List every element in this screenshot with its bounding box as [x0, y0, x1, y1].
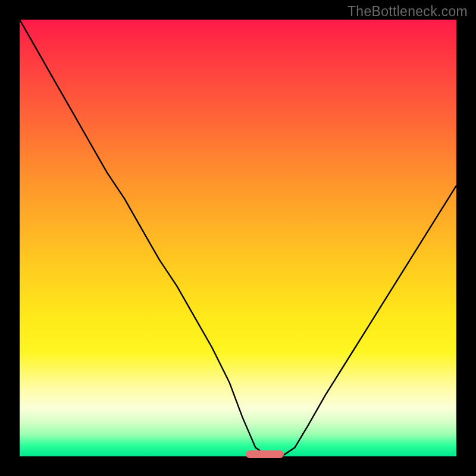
watermark-text: TheBottleneck.com	[347, 4, 468, 20]
optimum-marker	[246, 450, 284, 458]
bottleneck-curve	[20, 20, 456, 456]
chart-frame: TheBottleneck.com	[0, 0, 476, 476]
plot-area	[20, 20, 456, 456]
